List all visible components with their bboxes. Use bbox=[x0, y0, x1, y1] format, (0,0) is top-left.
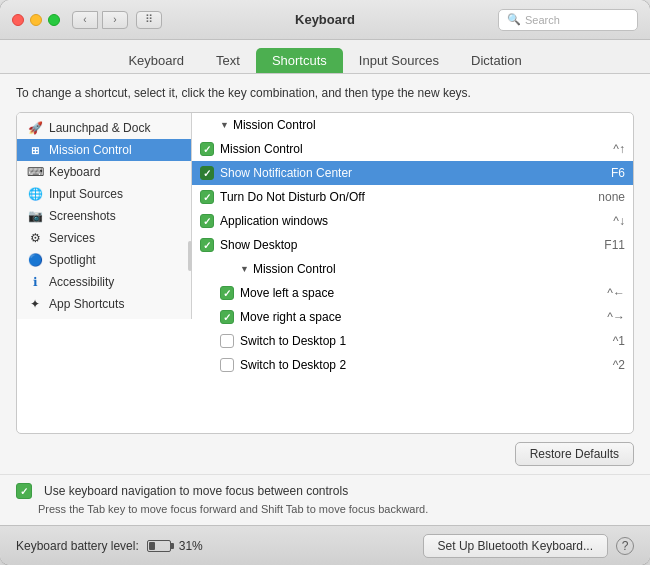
shortcut-key-show-desktop: F11 bbox=[604, 238, 625, 252]
tab-dictation[interactable]: Dictation bbox=[455, 48, 538, 73]
shortcut-checkbox-notification[interactable] bbox=[200, 166, 214, 180]
sub-expand-icon[interactable]: ▼ bbox=[240, 264, 249, 274]
shortcut-show-notification[interactable]: Show Notification Center F6 bbox=[192, 161, 633, 185]
shortcut-checkbox-app-windows[interactable] bbox=[200, 214, 214, 228]
sidebar-item-accessibility[interactable]: ℹ Accessibility bbox=[17, 271, 191, 293]
shortcut-checkbox-show-desktop[interactable] bbox=[200, 238, 214, 252]
shortcut-name-show-desktop: Show Desktop bbox=[220, 238, 596, 252]
battery-icon bbox=[147, 540, 171, 552]
shortcut-key-app-windows: ^↓ bbox=[613, 214, 625, 228]
sidebar-scrollbar[interactable] bbox=[188, 241, 192, 271]
shortcut-key-mission-control: ^↑ bbox=[613, 142, 625, 156]
sidebar-label-services: Services bbox=[49, 231, 95, 245]
launchpad-icon: 🚀 bbox=[27, 120, 43, 136]
shortcut-key-dnd: none bbox=[598, 190, 625, 204]
search-box[interactable]: 🔍 Search bbox=[498, 9, 638, 31]
shortcuts-panel: ▼ Mission Control Mission Control ^↑ Sho… bbox=[192, 113, 633, 433]
sidebar-item-spotlight[interactable]: 🔵 Spotlight bbox=[17, 249, 191, 271]
kbd-nav-label: Use keyboard navigation to move focus be… bbox=[44, 484, 348, 498]
shortcut-move-left[interactable]: Move left a space ^← bbox=[192, 281, 633, 305]
forward-button[interactable]: › bbox=[102, 11, 128, 29]
main-content: To change a shortcut, select it, click t… bbox=[0, 74, 650, 474]
expand-icon[interactable]: ▼ bbox=[220, 120, 229, 130]
subcategory-mission-control: ▼ Mission Control bbox=[192, 257, 633, 281]
sidebar-label-keyboard: Keyboard bbox=[49, 165, 100, 179]
tab-keyboard[interactable]: Keyboard bbox=[112, 48, 200, 73]
setup-bluetooth-button[interactable]: Set Up Bluetooth Keyboard... bbox=[423, 534, 608, 558]
shortcut-name-dnd: Turn Do Not Disturb On/Off bbox=[220, 190, 590, 204]
battery-label: Keyboard battery level: bbox=[16, 539, 139, 553]
shortcut-checkbox-switch-1[interactable] bbox=[220, 334, 234, 348]
sidebar-label-mission-control: Mission Control bbox=[49, 143, 132, 157]
input-sources-icon: 🌐 bbox=[27, 186, 43, 202]
sidebar-label-input-sources: Input Sources bbox=[49, 187, 123, 201]
kbd-nav-description: Press the Tab key to move focus forward … bbox=[16, 503, 634, 515]
search-placeholder: Search bbox=[525, 14, 560, 26]
services-icon: ⚙ bbox=[27, 230, 43, 246]
shortcut-name-move-left: Move left a space bbox=[240, 286, 599, 300]
shortcut-key-switch-1: ^1 bbox=[613, 334, 625, 348]
sidebar-item-screenshots[interactable]: 📷 Screenshots bbox=[17, 205, 191, 227]
sidebar-item-launchpad[interactable]: 🚀 Launchpad & Dock bbox=[17, 117, 191, 139]
tab-input-sources[interactable]: Input Sources bbox=[343, 48, 455, 73]
keyboard-preferences-window: ‹ › ⠿ Keyboard 🔍 Search Keyboard Text Sh… bbox=[0, 0, 650, 565]
shortcut-name-app-windows: Application windows bbox=[220, 214, 605, 228]
shortcut-checkbox-move-left[interactable] bbox=[220, 286, 234, 300]
restore-defaults-row: Restore Defaults bbox=[16, 434, 634, 474]
grid-button[interactable]: ⠿ bbox=[136, 11, 162, 29]
shortcut-checkbox-switch-2[interactable] bbox=[220, 358, 234, 372]
search-icon: 🔍 bbox=[507, 13, 521, 26]
shortcut-name-move-right: Move right a space bbox=[240, 310, 599, 324]
help-button[interactable]: ? bbox=[616, 537, 634, 555]
sidebar-item-input-sources[interactable]: 🌐 Input Sources bbox=[17, 183, 191, 205]
footer: Keyboard battery level: 31% Set Up Bluet… bbox=[0, 525, 650, 565]
sidebar: 🚀 Launchpad & Dock ⊞ Mission Control ⌨ K… bbox=[17, 113, 192, 319]
titlebar: ‹ › ⠿ Keyboard 🔍 Search bbox=[0, 0, 650, 40]
tab-shortcuts[interactable]: Shortcuts bbox=[256, 48, 343, 73]
tabs-bar: Keyboard Text Shortcuts Input Sources Di… bbox=[0, 40, 650, 74]
shortcut-name-mission-control: Mission Control bbox=[220, 142, 605, 156]
mission-control-icon: ⊞ bbox=[27, 142, 43, 158]
traffic-lights bbox=[12, 14, 60, 26]
shortcut-show-desktop[interactable]: Show Desktop F11 bbox=[192, 233, 633, 257]
back-button[interactable]: ‹ bbox=[72, 11, 98, 29]
close-button[interactable] bbox=[12, 14, 24, 26]
shortcut-move-right[interactable]: Move right a space ^→ bbox=[192, 305, 633, 329]
battery-fill bbox=[149, 542, 155, 550]
nav-buttons: ‹ › bbox=[72, 11, 128, 29]
sidebar-item-mission-control[interactable]: ⊞ Mission Control bbox=[17, 139, 191, 161]
sidebar-label-accessibility: Accessibility bbox=[49, 275, 114, 289]
sidebar-item-services[interactable]: ⚙ Services bbox=[17, 227, 191, 249]
restore-defaults-button[interactable]: Restore Defaults bbox=[515, 442, 634, 466]
tab-text[interactable]: Text bbox=[200, 48, 256, 73]
shortcut-name-notification: Show Notification Center bbox=[220, 166, 603, 180]
shortcut-checkbox-dnd[interactable] bbox=[200, 190, 214, 204]
shortcut-key-move-left: ^← bbox=[607, 286, 625, 300]
sidebar-label-spotlight: Spotlight bbox=[49, 253, 96, 267]
maximize-button[interactable] bbox=[48, 14, 60, 26]
shortcut-app-windows[interactable]: Application windows ^↓ bbox=[192, 209, 633, 233]
accessibility-icon: ℹ bbox=[27, 274, 43, 290]
sidebar-item-app-shortcuts[interactable]: ✦ App Shortcuts bbox=[17, 293, 191, 315]
shortcut-switch-2[interactable]: Switch to Desktop 2 ^2 bbox=[192, 353, 633, 377]
category-mission-control: ▼ Mission Control bbox=[192, 113, 633, 137]
shortcut-checkbox-move-right[interactable] bbox=[220, 310, 234, 324]
keyboard-nav-section: Use keyboard navigation to move focus be… bbox=[0, 474, 650, 525]
shortcut-do-not-disturb[interactable]: Turn Do Not Disturb On/Off none bbox=[192, 185, 633, 209]
spotlight-icon: 🔵 bbox=[27, 252, 43, 268]
shortcut-key-notification: F6 bbox=[611, 166, 625, 180]
kbd-nav-checkbox[interactable] bbox=[16, 483, 32, 499]
minimize-button[interactable] bbox=[30, 14, 42, 26]
sidebar-label-app-shortcuts: App Shortcuts bbox=[49, 297, 124, 311]
main-panel: 🚀 Launchpad & Dock ⊞ Mission Control ⌨ K… bbox=[16, 112, 634, 434]
shortcut-checkbox-mission-control[interactable] bbox=[200, 142, 214, 156]
battery-percentage: 31% bbox=[179, 539, 203, 553]
sidebar-item-keyboard[interactable]: ⌨ Keyboard bbox=[17, 161, 191, 183]
shortcut-switch-1[interactable]: Switch to Desktop 1 ^1 bbox=[192, 329, 633, 353]
sub-category-title: Mission Control bbox=[253, 262, 625, 276]
shortcut-mission-control[interactable]: Mission Control ^↑ bbox=[192, 137, 633, 161]
battery-body bbox=[147, 540, 171, 552]
sidebar-label-launchpad: Launchpad & Dock bbox=[49, 121, 150, 135]
window-title: Keyboard bbox=[295, 12, 355, 27]
category-title: Mission Control bbox=[233, 118, 625, 132]
